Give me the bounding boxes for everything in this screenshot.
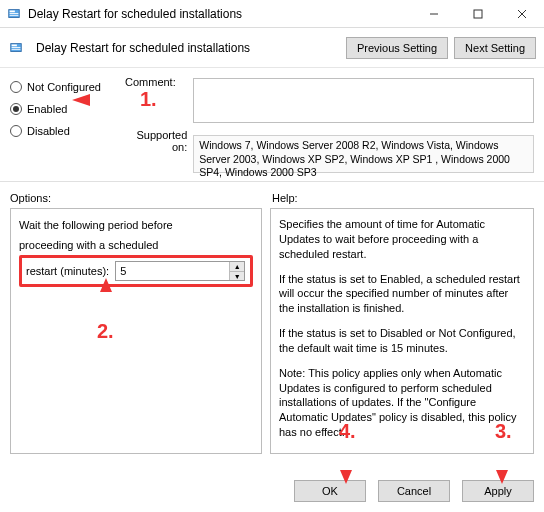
previous-setting-button[interactable]: Previous Setting	[346, 37, 448, 59]
radio-label: Disabled	[27, 125, 70, 137]
cancel-button[interactable]: Cancel	[378, 480, 450, 502]
page-title: Delay Restart for scheduled installation…	[36, 41, 340, 55]
close-button[interactable]	[500, 0, 544, 27]
titlebar: Delay Restart for scheduled installation…	[0, 0, 544, 28]
help-paragraph: Note: This policy applies only when Auto…	[279, 366, 525, 440]
comment-label: Comment:	[125, 76, 193, 88]
options-text: proceeding with a scheduled	[19, 239, 253, 251]
help-paragraph: Specifies the amount of time for Automat…	[279, 217, 525, 262]
svg-rect-2	[10, 13, 19, 14]
annotation-arrow-1	[72, 90, 138, 112]
help-pane-label: Help:	[272, 192, 534, 204]
help-paragraph: If the status is set to Enabled, a sched…	[279, 272, 525, 317]
help-pane: Specifies the amount of time for Automat…	[270, 208, 534, 454]
radio-icon	[10, 125, 22, 137]
help-paragraph: If the status is set to Disabled or Not …	[279, 326, 525, 356]
policy-icon	[6, 6, 22, 22]
comment-textarea[interactable]	[193, 78, 534, 123]
options-pane: Wait the following period before proceed…	[10, 208, 262, 454]
annotation-arrow-3	[492, 440, 512, 486]
supported-label: Supported on:	[125, 129, 193, 153]
window-title: Delay Restart for scheduled installation…	[28, 7, 412, 21]
annotation-arrow-2	[96, 278, 116, 324]
options-text: Wait the following period before	[19, 219, 253, 231]
supported-on-text: Windows 7, Windows Server 2008 R2, Windo…	[193, 135, 534, 173]
svg-rect-7	[12, 47, 21, 48]
minimize-button[interactable]	[412, 0, 456, 27]
svg-rect-3	[10, 14, 19, 15]
radio-icon	[10, 81, 22, 93]
restart-minutes-stepper[interactable]: 5 ▲ ▼	[115, 261, 245, 281]
maximize-button[interactable]	[456, 0, 500, 27]
restart-minutes-label: restart (minutes):	[26, 265, 109, 277]
options-pane-label: Options:	[10, 192, 272, 204]
svg-rect-6	[12, 44, 17, 46]
header-row: Delay Restart for scheduled installation…	[0, 28, 544, 68]
svg-rect-1	[10, 10, 15, 12]
svg-rect-4	[474, 10, 482, 18]
policy-icon	[8, 40, 24, 56]
restart-minutes-value: 5	[116, 265, 229, 277]
svg-rect-8	[12, 48, 21, 49]
step-down-icon[interactable]: ▼	[230, 271, 244, 280]
radio-label: Enabled	[27, 103, 67, 115]
radio-disabled[interactable]: Disabled	[10, 120, 120, 142]
step-up-icon[interactable]: ▲	[230, 262, 244, 271]
annotation-arrow-4	[336, 440, 356, 486]
restart-minutes-row: restart (minutes): 5 ▲ ▼	[19, 255, 253, 287]
radio-icon	[10, 103, 22, 115]
next-setting-button[interactable]: Next Setting	[454, 37, 536, 59]
